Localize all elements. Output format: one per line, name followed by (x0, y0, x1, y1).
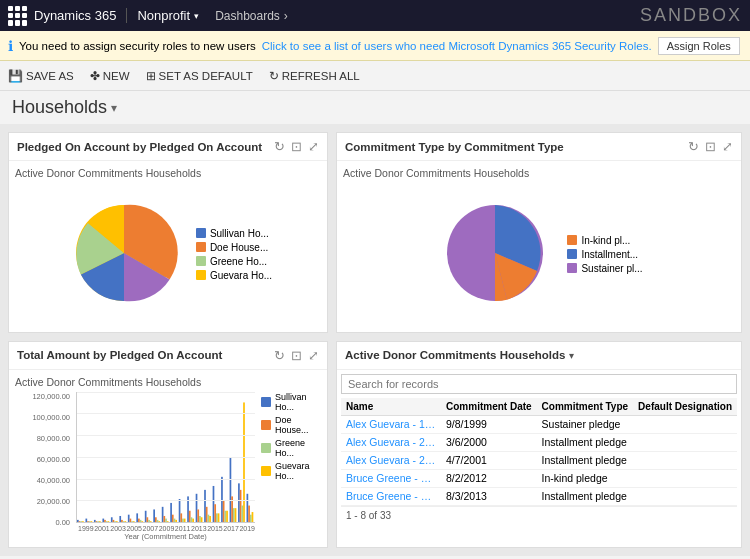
x-label: 2007 (143, 525, 159, 532)
y-label: 80,000.00 (37, 434, 70, 443)
widget2-header: Commitment Type by Commitment Type ↻ ⊡ ⤢ (337, 133, 741, 161)
save-as-button[interactable]: 💾 SAVE AS (8, 69, 74, 83)
widget4-title-row: Active Donor Commitments Households ▾ (345, 349, 574, 361)
row-type: Installment pledge (537, 451, 634, 469)
row-designation (633, 415, 737, 433)
set-default-button[interactable]: ⊞ SET AS DEFAULT (146, 69, 253, 83)
y-axis: 120,000.00 100,000.00 80,000.00 60,000.0… (15, 392, 70, 542)
widget4-body: Name Commitment Date Commitment Type Def… (337, 370, 741, 548)
info-link[interactable]: Click to see a list of users who need Mi… (262, 40, 652, 52)
legend-item: Doe House... (261, 415, 321, 435)
legend-dot (196, 242, 206, 252)
toolbar: 💾 SAVE AS ✤ NEW ⊞ SET AS DEFAULT ↻ REFRE… (0, 61, 750, 91)
legend-label: Installment... (581, 249, 638, 260)
x-label: 2019 (239, 525, 255, 532)
legend-label: Greene Ho... (275, 438, 321, 458)
widget1-chart: Sullivan Ho... Doe House... Greene Ho...… (15, 183, 321, 326)
save-icon: 💾 (8, 69, 23, 83)
widget3-legend: Sullivan Ho... Doe House... Greene Ho...… (261, 392, 321, 542)
col-type: Commitment Type (537, 398, 634, 416)
widget2-body: Active Donor Commitments Households In-k… (337, 161, 741, 332)
widget3-expand-icon[interactable]: ⊡ (291, 348, 302, 363)
legend-label: Doe House... (275, 415, 321, 435)
y-label: 100,000.00 (32, 413, 70, 422)
save-as-label: SAVE AS (26, 70, 74, 82)
widget1-refresh-icon[interactable]: ↻ (274, 139, 285, 154)
new-button[interactable]: ✤ NEW (90, 69, 130, 83)
y-label: 120,000.00 (32, 392, 70, 401)
col-designation: Default Designation (633, 398, 737, 416)
new-label: NEW (103, 70, 130, 82)
module-selector[interactable]: Nonprofit ▾ (129, 8, 207, 23)
dashboard: Pledged On Account by Pledged On Account… (0, 124, 750, 556)
info-message: You need to assign security roles to new… (19, 40, 256, 52)
table-row: Alex Guevara - 1999 ... 9/8/1999 Sustain… (341, 415, 737, 433)
dashboards-nav[interactable]: Dashboards › (207, 9, 296, 23)
row-date: 9/8/1999 (441, 415, 537, 433)
widget2-icons: ↻ ⊡ ⤢ (688, 139, 733, 154)
legend-dot (567, 235, 577, 245)
widget1-fullscreen-icon[interactable]: ⤢ (308, 139, 319, 154)
widget1-expand-icon[interactable]: ⊡ (291, 139, 302, 154)
widget3-refresh-icon[interactable]: ↻ (274, 348, 285, 363)
assign-roles-button[interactable]: Assign Roles (658, 37, 740, 55)
row-name[interactable]: Bruce Greene - 2012... (341, 469, 441, 487)
widget2-pie (435, 193, 555, 316)
page-title-chevron[interactable]: ▾ (111, 101, 117, 115)
waffle-menu[interactable] (8, 6, 28, 26)
widget-commitment-type: Commitment Type by Commitment Type ↻ ⊡ ⤢… (336, 132, 742, 333)
legend-label: Guevara Ho... (210, 270, 272, 281)
x-label: 2011 (175, 525, 191, 532)
table-row: Alex Guevara - 2000 ... 3/6/2000 Install… (341, 433, 737, 451)
refresh-all-button[interactable]: ↻ REFRESH ALL (269, 69, 360, 83)
y-label: 0.00 (55, 518, 70, 527)
col-date: Commitment Date (441, 398, 537, 416)
search-input[interactable] (341, 374, 737, 394)
module-chevron: ▾ (194, 11, 199, 21)
row-name[interactable]: Alex Guevara - 2001 ... (341, 451, 441, 469)
widget3-subtitle: Active Donor Commitments Households (15, 376, 321, 388)
row-type: Installment pledge (537, 487, 634, 505)
legend-item: Sullivan Ho... (261, 392, 321, 412)
row-name[interactable]: Alex Guevara - 1999 ... (341, 415, 441, 433)
widget4-chevron[interactable]: ▾ (569, 350, 574, 361)
row-type: In-kind pledge (537, 469, 634, 487)
app-name[interactable]: Dynamics 365 (34, 8, 127, 23)
widget3-body: Active Donor Commitments Households 120,… (9, 370, 327, 548)
y-label: 60,000.00 (37, 455, 70, 464)
widget2-fullscreen-icon[interactable]: ⤢ (722, 139, 733, 154)
widget3-fullscreen-icon[interactable]: ⤢ (308, 348, 319, 363)
widget2-title: Commitment Type by Commitment Type (345, 141, 564, 153)
x-label: 1999 (78, 525, 94, 532)
legend-dot (196, 256, 206, 266)
legend-dot (196, 270, 206, 280)
widget2-expand-icon[interactable]: ⊡ (705, 139, 716, 154)
legend-item: Guevara Ho... (261, 461, 321, 481)
row-designation (633, 469, 737, 487)
new-icon: ✤ (90, 69, 100, 83)
row-name[interactable]: Bruce Greene - 2013... (341, 487, 441, 505)
row-type: Installment pledge (537, 433, 634, 451)
bar-chart-container: 1999 2001 2003 2005 2007 2009 2011 2013 … (76, 392, 255, 542)
x-axis-labels: 1999 2001 2003 2005 2007 2009 2011 2013 … (76, 523, 255, 532)
row-designation (633, 451, 737, 469)
widget1-legend: Sullivan Ho... Doe House... Greene Ho...… (196, 228, 272, 281)
y-label: 40,000.00 (37, 476, 70, 485)
widget4-header: Active Donor Commitments Households ▾ (337, 342, 741, 370)
widget2-refresh-icon[interactable]: ↻ (688, 139, 699, 154)
widget-total-amount: Total Amount by Pledged On Account ↻ ⊡ ⤢… (8, 341, 328, 549)
table-row: Alex Guevara - 2001 ... 4/7/2001 Install… (341, 451, 737, 469)
refresh-all-label: REFRESH ALL (282, 70, 360, 82)
x-label: 2017 (223, 525, 239, 532)
row-date: 4/7/2001 (441, 451, 537, 469)
top-nav: Dynamics 365 Nonprofit ▾ Dashboards › SA… (0, 0, 750, 31)
page-title: Households (12, 97, 107, 118)
legend-item: Greene Ho... (196, 256, 272, 267)
x-label: 2015 (207, 525, 223, 532)
x-label: 2013 (191, 525, 207, 532)
widget1-body: Active Donor Commitments Households (9, 161, 327, 332)
page-header: Households ▾ (0, 91, 750, 124)
legend-item: Sullivan Ho... (196, 228, 272, 239)
row-name[interactable]: Alex Guevara - 2000 ... (341, 433, 441, 451)
x-label: 2005 (126, 525, 142, 532)
